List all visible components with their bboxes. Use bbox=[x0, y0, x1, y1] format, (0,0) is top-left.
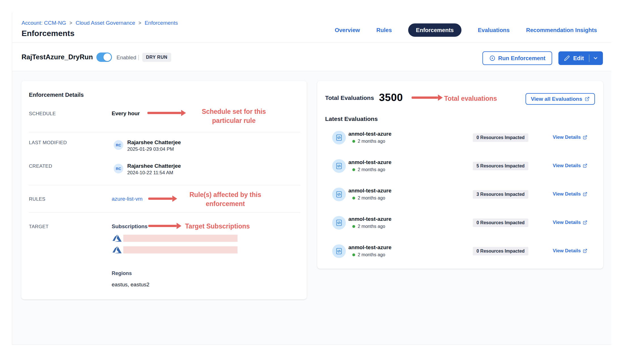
evaluation-name: anmol-test-azure bbox=[348, 188, 391, 194]
evaluation-code-icon bbox=[332, 244, 346, 258]
evaluation-time: 2 months ago bbox=[358, 224, 385, 229]
tab-rules[interactable]: Rules bbox=[376, 27, 392, 33]
avatar: RC bbox=[114, 164, 123, 173]
enforcement-header: RajTestAzure_DryRun Enabled | DRY RUN Ru… bbox=[12, 43, 611, 71]
resources-impacted-badge: 0 Resources Impacted bbox=[473, 133, 528, 142]
external-link-icon bbox=[583, 249, 587, 253]
tab-recommendation-insights[interactable]: Recommendation Insights bbox=[526, 27, 597, 33]
rule-link[interactable]: azure-list-vm bbox=[112, 196, 143, 202]
resources-impacted-badge: 5 Resources Impacted bbox=[473, 162, 528, 170]
breadcrumb-separator-icon: > bbox=[69, 20, 72, 26]
breadcrumb-separator-icon: > bbox=[139, 20, 141, 26]
created-datetime: 2024-10-22 11:54 AM bbox=[127, 170, 173, 176]
header-actions: Run Enforcement Edit bbox=[482, 51, 603, 65]
page-title: Enforcements bbox=[22, 29, 75, 38]
play-circle-icon bbox=[489, 55, 495, 61]
tab-overview[interactable]: Overview bbox=[335, 27, 360, 33]
external-link-icon bbox=[583, 220, 587, 225]
target-annotation: Target Subscriptions bbox=[185, 222, 281, 231]
toggle-knob bbox=[103, 53, 111, 61]
schedule-annotation: Schedule set for this particular rule bbox=[191, 107, 276, 125]
rules-annotation: Rule(s) affected by this enforcement bbox=[180, 190, 271, 208]
status-dot-icon bbox=[352, 225, 355, 228]
label-divider: | bbox=[138, 54, 139, 60]
enforcement-details-card: Enforcement Details SCHEDULE Every hour … bbox=[21, 81, 307, 299]
rules-annotation-arrow-icon bbox=[148, 196, 177, 202]
evaluation-row: anmol-test-azure 2 months ago 0 Resource… bbox=[317, 244, 603, 265]
evaluation-row: anmol-test-azure 2 months ago 0 Resource… bbox=[317, 216, 603, 236]
main-content: Enforcement Details SCHEDULE Every hour … bbox=[12, 71, 611, 345]
target-label: TARGET bbox=[29, 224, 49, 230]
evaluation-code-icon bbox=[332, 131, 346, 144]
evaluation-name: anmol-test-azure bbox=[348, 131, 391, 137]
page: Account: CCM-NG > Cloud Asset Governance… bbox=[0, 0, 644, 361]
row-divider bbox=[29, 185, 300, 185]
nav-tabs: Overview Rules Enforcements Evaluations … bbox=[335, 24, 597, 37]
evaluation-time: 2 months ago bbox=[358, 139, 385, 144]
evaluation-time: 2 months ago bbox=[358, 252, 385, 257]
regions-value: eastus, eastus2 bbox=[112, 282, 149, 288]
created-label: CREATED bbox=[29, 163, 52, 169]
latest-evaluations-label: Latest Evaluations bbox=[325, 116, 378, 122]
status-dot-icon bbox=[352, 140, 355, 143]
evaluation-row: anmol-test-azure 2 months ago 3 Resource… bbox=[317, 188, 603, 208]
tab-evaluations[interactable]: Evaluations bbox=[478, 27, 510, 33]
tab-enforcements[interactable]: Enforcements bbox=[408, 24, 461, 37]
subscription-item bbox=[113, 245, 238, 254]
evaluations-card: Total Evaluations 3500 Total evaluations… bbox=[317, 81, 603, 269]
status-dot-icon bbox=[352, 253, 355, 256]
evaluation-code-icon bbox=[332, 188, 346, 201]
external-link-icon bbox=[583, 192, 587, 196]
run-enforcement-label: Run Enforcement bbox=[498, 55, 546, 62]
view-details-label: View Details bbox=[553, 163, 581, 169]
view-details-label: View Details bbox=[553, 248, 581, 254]
total-annotation-arrow-icon bbox=[412, 95, 443, 101]
pencil-icon bbox=[564, 55, 570, 61]
view-details-link[interactable]: View Details bbox=[553, 248, 587, 254]
last-modified-name: Rajarshee Chatterjee bbox=[127, 139, 181, 146]
view-details-link[interactable]: View Details bbox=[553, 191, 587, 197]
target-annotation-arrow-icon bbox=[148, 223, 181, 229]
enabled-toggle[interactable] bbox=[96, 53, 112, 62]
evaluation-name: anmol-test-azure bbox=[348, 244, 391, 251]
run-enforcement-button[interactable]: Run Enforcement bbox=[482, 51, 552, 65]
breadcrumb-item-enforcements[interactable]: Enforcements bbox=[145, 20, 178, 26]
azure-logo-icon bbox=[113, 245, 122, 254]
edit-label: Edit bbox=[573, 55, 584, 62]
edit-button[interactable]: Edit bbox=[558, 51, 603, 65]
page-header: Account: CCM-NG > Cloud Asset Governance… bbox=[12, 12, 611, 43]
view-details-label: View Details bbox=[553, 191, 581, 197]
row-divider bbox=[29, 212, 300, 213]
last-modified-datetime: 2025-01-29 03:04 PM bbox=[127, 146, 174, 152]
breadcrumb-item-account[interactable]: Account: CCM-NG bbox=[22, 20, 66, 26]
schedule-annotation-arrow-icon bbox=[147, 110, 186, 116]
evaluation-code-icon bbox=[332, 216, 346, 230]
last-modified-label: LAST MODIFIED bbox=[29, 140, 67, 146]
subscription-item bbox=[113, 234, 238, 243]
avatar: RC bbox=[114, 140, 123, 150]
azure-logo-icon bbox=[113, 234, 122, 243]
evaluation-time: 2 months ago bbox=[358, 196, 385, 201]
resources-impacted-badge: 0 Resources Impacted bbox=[473, 219, 528, 227]
view-details-label: View Details bbox=[553, 135, 581, 140]
resources-impacted-badge: 3 Resources Impacted bbox=[473, 190, 528, 199]
created-name: Rajarshee Chatterjee bbox=[127, 163, 181, 169]
chevron-down-icon[interactable] bbox=[593, 55, 598, 61]
status-dot-icon bbox=[352, 168, 355, 171]
view-details-link[interactable]: View Details bbox=[553, 220, 587, 225]
breadcrumb: Account: CCM-NG > Cloud Asset Governance… bbox=[22, 20, 178, 26]
details-card-title: Enforcement Details bbox=[29, 92, 84, 98]
evaluation-name: anmol-test-azure bbox=[348, 216, 391, 222]
breadcrumb-item-cloud-asset-governance[interactable]: Cloud Asset Governance bbox=[76, 20, 135, 26]
enabled-label: Enabled bbox=[116, 54, 136, 61]
row-divider bbox=[29, 132, 300, 132]
view-details-link[interactable]: View Details bbox=[553, 135, 587, 140]
evaluation-code-icon bbox=[332, 159, 346, 173]
view-details-label: View Details bbox=[553, 220, 581, 225]
external-link-icon bbox=[583, 135, 587, 140]
view-details-link[interactable]: View Details bbox=[553, 163, 587, 169]
button-divider bbox=[589, 54, 589, 62]
schedule-label: SCHEDULE bbox=[29, 111, 56, 117]
view-all-evaluations-button[interactable]: View all Evaluations bbox=[526, 93, 595, 105]
evaluation-name: anmol-test-azure bbox=[348, 159, 391, 165]
